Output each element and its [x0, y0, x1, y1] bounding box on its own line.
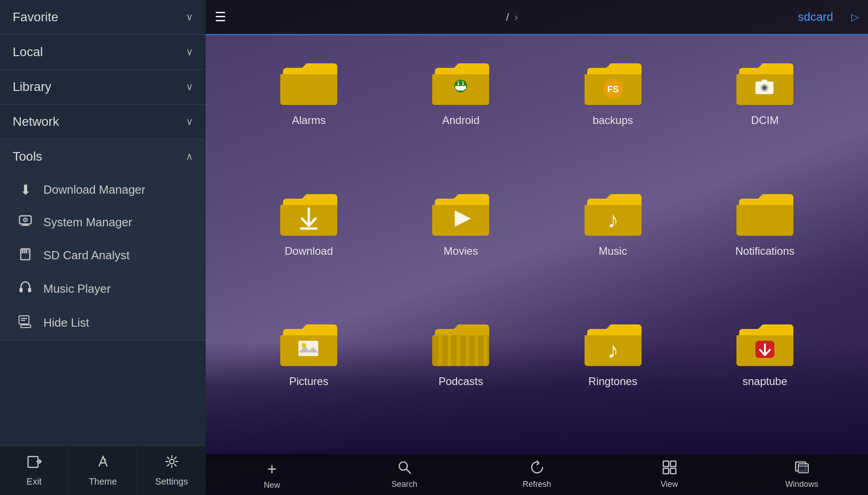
folder-snaptube[interactable]: snaptube: [689, 310, 841, 441]
folder-android-label: Android: [442, 114, 480, 127]
svg-point-17: [170, 459, 174, 464]
sidebar-item-sd-card-analyst[interactable]: SD Card Analyst: [0, 239, 206, 272]
sidebar-section-library: Library ∨: [0, 70, 206, 105]
svg-rect-22: [464, 86, 466, 89]
headphones-icon: [17, 280, 33, 298]
download-manager-label: Download Manager: [43, 183, 145, 197]
download-icon: ⬇: [17, 182, 33, 198]
refresh-button[interactable]: Refresh: [471, 457, 603, 493]
sidebar-item-favorite[interactable]: Favorite ∨: [0, 0, 206, 34]
exit-button[interactable]: Exit: [0, 446, 69, 495]
view-icon: [662, 460, 677, 478]
folder-icon-dcim: [736, 58, 794, 108]
sidebar-network-label: Network: [13, 114, 59, 129]
svg-rect-21: [455, 86, 457, 89]
sd-card-analyst-label: SD Card Analyst: [43, 248, 130, 262]
folder-download[interactable]: Download: [233, 180, 385, 310]
sdcard-icon: [17, 247, 33, 264]
refresh-label: Refresh: [523, 480, 551, 489]
sidebar: Favorite ∨ Local ∨ Library ∨ Network ∨ T…: [0, 0, 206, 495]
folder-alarms-label: Alarms: [292, 114, 326, 127]
folder-music[interactable]: ♪ Music: [537, 180, 689, 310]
svg-rect-13: [21, 325, 31, 328]
folder-podcasts[interactable]: Podcasts: [385, 310, 537, 441]
svg-rect-10: [19, 288, 23, 292]
folder-movies-label: Movies: [443, 245, 478, 257]
search-label: Search: [392, 480, 417, 489]
folder-icon-backups: FS: [584, 58, 642, 108]
folder-icon-pictures: [279, 319, 338, 369]
chevron-down-icon: ∨: [186, 46, 193, 58]
svg-rect-26: [762, 80, 767, 83]
folder-ringtones-label: Ringtones: [589, 375, 637, 388]
sidebar-item-hide-list[interactable]: Hide List: [0, 306, 206, 340]
sidebar-item-network[interactable]: Network ∨: [0, 105, 206, 139]
folder-icon-download: [279, 189, 338, 238]
file-grid: Alarms: [206, 35, 868, 454]
svg-text:♪: ♪: [607, 338, 618, 363]
folder-pictures[interactable]: Pictures: [233, 310, 385, 441]
folder-icon-podcasts: [431, 319, 490, 369]
folder-android[interactable]: Android: [385, 49, 537, 180]
exit-icon: [27, 454, 42, 473]
windows-icon: [795, 460, 809, 478]
new-icon: +: [267, 460, 277, 479]
menu-icon[interactable]: ☰: [215, 10, 226, 24]
sidebar-section-network: Network ∨: [0, 105, 206, 139]
sidebar-item-tools[interactable]: Tools ∧: [0, 139, 206, 174]
svg-rect-50: [663, 468, 669, 474]
sidebar-section-local: Local ∨: [0, 35, 206, 70]
search-button[interactable]: Search: [338, 457, 471, 493]
svg-line-47: [406, 469, 410, 473]
sidebar-item-music-player[interactable]: Music Player: [0, 272, 206, 306]
view-button[interactable]: View: [603, 457, 736, 493]
folder-notifications[interactable]: Notifications: [689, 180, 841, 310]
chevron-down-icon: ∨: [186, 81, 193, 93]
folder-movies[interactable]: Movies: [385, 180, 537, 310]
sidebar-item-download-manager[interactable]: ⬇ Download Manager: [0, 174, 206, 206]
folder-download-label: Download: [285, 245, 333, 257]
folder-dcim[interactable]: DCIM: [689, 49, 841, 180]
svg-text:♪: ♪: [607, 207, 618, 233]
chevron-down-icon: ∨: [186, 116, 193, 128]
breadcrumb-slash: /: [506, 11, 509, 24]
sidebar-item-local[interactable]: Local ∨: [0, 35, 206, 69]
folder-ringtones[interactable]: ♪ Ringtones: [537, 310, 689, 441]
sidebar-section-tools: Tools ∧ ⬇ Download Manager System Manage…: [0, 139, 206, 340]
folder-icon-snaptube: [736, 319, 794, 369]
main-content: ☰ / › sdcard ▷ Alarms: [206, 0, 868, 495]
sdcard-label[interactable]: sdcard: [798, 10, 833, 24]
svg-point-20: [462, 83, 464, 85]
hide-list-label: Hide List: [43, 316, 89, 330]
sidebar-bottom-bar: Exit Theme Settings: [0, 445, 206, 495]
folder-backups[interactable]: FS backups: [537, 49, 689, 180]
view-label: View: [660, 480, 678, 489]
hide-list-icon: [17, 314, 33, 332]
search-icon: [397, 460, 412, 478]
windows-button[interactable]: Windows: [736, 457, 868, 493]
bottom-toolbar: + New Search Refresh: [206, 454, 868, 495]
new-button[interactable]: + New: [206, 456, 338, 494]
breadcrumb-arrow: ›: [514, 11, 518, 24]
svg-rect-11: [28, 288, 31, 292]
theme-icon: [95, 454, 111, 473]
sidebar-item-library[interactable]: Library ∨: [0, 70, 206, 104]
folder-snaptube-label: snaptube: [742, 375, 787, 388]
windows-label: Windows: [785, 480, 818, 489]
svg-point-4: [25, 219, 26, 221]
sidebar-local-label: Local: [13, 45, 43, 59]
svg-point-29: [763, 86, 766, 89]
settings-button[interactable]: Settings: [137, 446, 206, 495]
sidebar-item-system-manager[interactable]: System Manager: [0, 206, 206, 239]
folder-dcim-label: DCIM: [751, 114, 778, 127]
theme-label: Theme: [89, 476, 117, 487]
sidebar-tools-label: Tools: [13, 149, 42, 164]
theme-button[interactable]: Theme: [69, 446, 137, 495]
new-label: New: [264, 481, 280, 490]
svg-text:FS: FS: [607, 84, 619, 94]
folder-icon-ringtones: ♪: [584, 319, 642, 369]
svg-rect-34: [298, 341, 318, 356]
folder-alarms[interactable]: Alarms: [233, 49, 385, 180]
folder-notifications-label: Notifications: [736, 245, 795, 257]
svg-point-19: [458, 83, 459, 85]
